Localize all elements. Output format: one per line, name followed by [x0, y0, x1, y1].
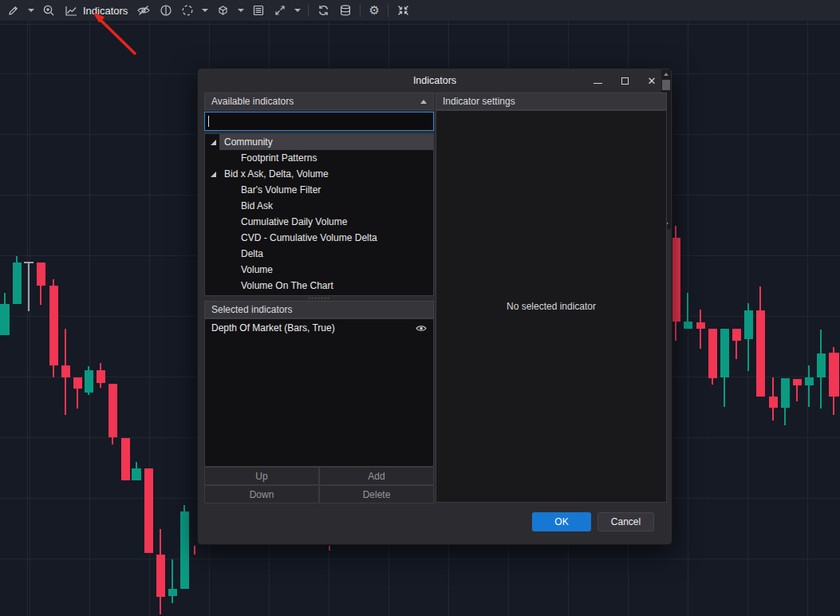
window-controls: ✕	[589, 72, 661, 89]
candle-body	[132, 468, 141, 480]
reload-button[interactable]	[316, 2, 331, 19]
indicators-dialog: Indicators ✕ Available indicators Commun…	[197, 68, 672, 545]
resize-button[interactable]	[273, 2, 287, 19]
visibility-eye-icon[interactable]	[416, 324, 427, 333]
tree-item-delta[interactable]: Delta	[205, 246, 433, 262]
indicator-search-input[interactable]	[204, 112, 434, 131]
candle-body	[829, 353, 839, 397]
tree-item-volume[interactable]: Volume	[205, 262, 433, 278]
list-action-buttons: Up Add Down Delete	[204, 467, 434, 503]
zoom-in-button[interactable]	[41, 2, 57, 19]
line-chart-icon	[65, 5, 78, 17]
scrollbar-thumb[interactable]	[662, 80, 670, 90]
close-button[interactable]: ✕	[643, 72, 661, 89]
candle-body	[168, 589, 177, 596]
candle-wick	[700, 310, 701, 349]
candle-body	[85, 370, 93, 393]
candle-body	[156, 555, 165, 597]
candle-body	[144, 468, 153, 553]
tree-item-bid-x-ask-delta-volume[interactable]: Bid x Ask, Delta, Volume	[205, 166, 433, 182]
tree-item-cvd-cumulative-volume-delta[interactable]: CVD - Cumulative Volume Delta	[205, 230, 433, 246]
tree-item-community[interactable]: Community	[205, 134, 433, 150]
data-source-button[interactable]	[338, 2, 353, 19]
candle-body	[672, 238, 680, 322]
candle-body	[720, 329, 729, 377]
tree-item-cumulative-daily-volume[interactable]: Cumulative Daily Volume	[205, 214, 433, 230]
no-selected-indicator-text: No selected indicator	[507, 301, 596, 312]
selected-indicators-header-label: Selected indicators	[211, 304, 292, 315]
maximize-button[interactable]	[616, 72, 633, 89]
delete-button[interactable]: Delete	[319, 485, 434, 503]
candle-body	[121, 438, 130, 480]
maximize-icon	[621, 77, 629, 85]
splitter-grip[interactable]: ·······	[204, 294, 434, 301]
toolbar-separator	[360, 4, 361, 17]
tree-item-bar-s-volume-filter[interactable]: Bar's Volume Filter	[205, 182, 433, 198]
scroll-up-icon	[664, 73, 668, 76]
candle-body	[793, 379, 802, 385]
ok-button[interactable]: OK	[532, 512, 591, 531]
candle-body	[781, 378, 790, 408]
candle-body	[61, 365, 70, 377]
collapse-panels-button[interactable]	[396, 2, 411, 19]
selected-indicator-label: Depth Of Market (Bars, True)	[211, 322, 335, 334]
settings-button[interactable]: ⚙	[368, 2, 380, 19]
candle-body	[805, 377, 814, 385]
chart-style-button[interactable]	[215, 2, 231, 19]
indicator-settings-header: Indicator settings	[436, 93, 667, 110]
tree-item-label: Footprint Patterns	[241, 152, 317, 164]
tree-item-label: Volume	[241, 264, 273, 275]
draw-pencil-button[interactable]	[6, 2, 21, 19]
selected-indicators-header: Selected indicators	[204, 301, 434, 318]
expander-icon[interactable]	[211, 140, 216, 145]
annotation-arrow	[80, 6, 152, 62]
tree-item-bid-ask[interactable]: Bid Ask	[205, 198, 433, 214]
crosshair-button[interactable]	[180, 2, 195, 19]
zoom-in-icon	[42, 4, 56, 18]
list-icon	[252, 4, 265, 17]
minimize-button[interactable]	[589, 72, 606, 89]
caret-down-icon[interactable]	[202, 9, 208, 12]
tree-item-footprint-patterns[interactable]: Footprint Patterns	[205, 150, 433, 166]
candle-wick	[28, 262, 30, 311]
selected-indicator-row[interactable]: Depth Of Market (Bars, True)	[205, 319, 433, 337]
order-panel-button[interactable]	[251, 2, 266, 19]
tree-item-label: CVD - Cumulative Volume Delta	[241, 232, 377, 243]
pencil-icon	[7, 4, 20, 17]
collapse-panels-icon	[396, 4, 410, 17]
expander-icon[interactable]	[211, 172, 216, 177]
close-icon: ✕	[648, 76, 657, 86]
up-button[interactable]: Up	[204, 467, 319, 485]
toolbar-separator	[388, 4, 388, 17]
tree-item-label: Community	[224, 136, 273, 148]
scroll-up-button[interactable]	[661, 69, 671, 79]
minimize-icon	[594, 83, 602, 84]
collapse-up-icon[interactable]	[420, 100, 427, 104]
tree-item-label: Bar's Volume Filter	[241, 184, 321, 195]
caret-down-icon[interactable]	[238, 9, 244, 12]
candle-body	[180, 511, 189, 589]
text-caret	[208, 116, 209, 127]
candle-body	[108, 384, 117, 437]
candle-body	[24, 262, 34, 263]
tree-item-label: Delta	[241, 248, 263, 259]
contrast-button[interactable]	[159, 2, 173, 19]
available-indicators-header-label: Available indicators	[211, 96, 294, 107]
tree-item-label: Volume On The Chart	[241, 280, 333, 291]
candle-wick	[808, 365, 810, 407]
candle-body	[329, 546, 330, 551]
tree-item-volume-on-the-chart[interactable]: Volume On The Chart	[205, 278, 433, 294]
candle-body	[732, 329, 741, 341]
dialog-footer: OK Cancel	[532, 512, 654, 531]
cancel-button[interactable]: Cancel	[597, 512, 654, 531]
candle-body	[817, 353, 826, 377]
down-button[interactable]: Down	[204, 485, 319, 503]
candle-wick	[172, 559, 173, 603]
add-button[interactable]: Add	[319, 467, 434, 485]
candle-body	[97, 370, 105, 383]
caret-down-icon[interactable]	[28, 9, 34, 12]
cube-icon	[216, 4, 230, 17]
gear-icon: ⚙	[369, 4, 379, 17]
available-indicators-header[interactable]: Available indicators	[204, 93, 434, 110]
caret-down-icon[interactable]	[294, 9, 301, 12]
